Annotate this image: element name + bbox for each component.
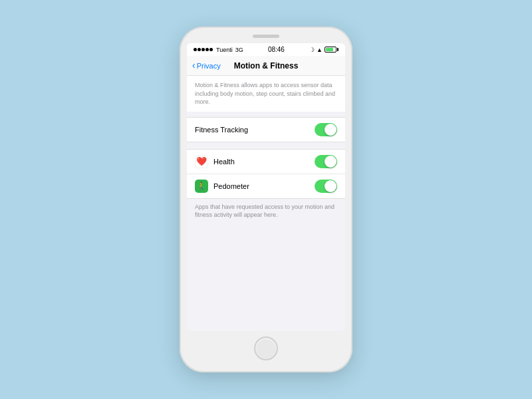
- footer-note: Apps that have requested access to your …: [187, 199, 345, 223]
- signal-dots: [194, 48, 213, 51]
- network-label: 3G: [235, 47, 243, 53]
- pedometer-toggle[interactable]: [315, 180, 337, 193]
- phone-speaker: [253, 35, 279, 38]
- description-text: Motion & Fitness allows apps to access s…: [195, 81, 337, 106]
- health-toggle-knob: [325, 156, 336, 168]
- pedometer-row-left: 🚶 Pedometer: [195, 180, 249, 193]
- status-bar: Tuenti 3G 08:46 ☽ ▲: [187, 43, 345, 56]
- fitness-tracking-row: Fitness Tracking: [187, 118, 345, 142]
- fitness-tracking-label: Fitness Tracking: [195, 126, 248, 134]
- pedometer-row: 🚶 Pedometer: [187, 174, 345, 198]
- back-chevron-icon: ‹: [192, 61, 196, 70]
- wifi-icon: ▲: [317, 47, 323, 53]
- health-label: Health: [213, 158, 235, 166]
- spacer-1: [187, 142, 345, 149]
- status-time: 08:46: [268, 46, 285, 53]
- health-row: ❤️ Health: [187, 150, 345, 174]
- fitness-tracking-group: Fitness Tracking: [187, 117, 345, 142]
- carrier-label: Tuenti: [216, 47, 233, 53]
- apps-group: ❤️ Health 🚶 Pedometer: [187, 149, 345, 199]
- phone-device: Tuenti 3G 08:46 ☽ ▲ ‹ Privacy Mot: [180, 27, 352, 372]
- nav-bar: ‹ Privacy Motion & Fitness: [187, 56, 345, 76]
- pedometer-figure-icon: 🚶: [197, 182, 206, 190]
- page-title: Motion & Fitness: [234, 61, 299, 70]
- moon-icon: ☽: [309, 47, 315, 53]
- phone-screen: Tuenti 3G 08:46 ☽ ▲ ‹ Privacy Mot: [187, 43, 345, 331]
- health-row-left: ❤️ Health: [195, 155, 235, 168]
- status-right: ☽ ▲: [309, 47, 338, 53]
- home-button[interactable]: [254, 336, 278, 360]
- description-block: Motion & Fitness allows apps to access s…: [187, 76, 345, 112]
- health-app-icon: ❤️: [195, 155, 208, 168]
- toggle-knob: [325, 124, 336, 136]
- fitness-tracking-toggle[interactable]: [315, 123, 337, 136]
- back-label: Privacy: [197, 62, 221, 70]
- pedometer-label: Pedometer: [213, 182, 249, 190]
- content-area: Motion & Fitness allows apps to access s…: [187, 76, 345, 331]
- footer-note-text: Apps that have requested access to your …: [195, 203, 334, 219]
- pedometer-toggle-knob: [325, 180, 336, 192]
- pedometer-app-icon: 🚶: [195, 180, 208, 193]
- status-left: Tuenti 3G: [194, 47, 243, 53]
- battery-icon: [325, 47, 338, 53]
- health-toggle[interactable]: [315, 155, 337, 168]
- back-button[interactable]: ‹ Privacy: [192, 61, 221, 70]
